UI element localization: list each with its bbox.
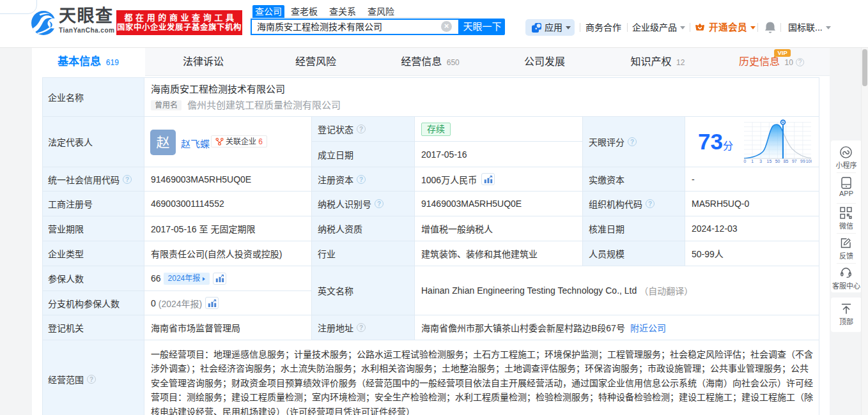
svg-text:0: 0	[744, 159, 747, 163]
svg-text:85: 85	[784, 159, 789, 163]
svg-text:1: 1	[751, 159, 754, 163]
svg-text:3: 3	[759, 159, 762, 163]
svg-text:99: 99	[800, 159, 805, 163]
svg-text:100: 100	[806, 159, 812, 163]
svg-text:97: 97	[792, 159, 797, 163]
svg-text:15: 15	[767, 159, 772, 163]
svg-text:50: 50	[775, 159, 780, 163]
